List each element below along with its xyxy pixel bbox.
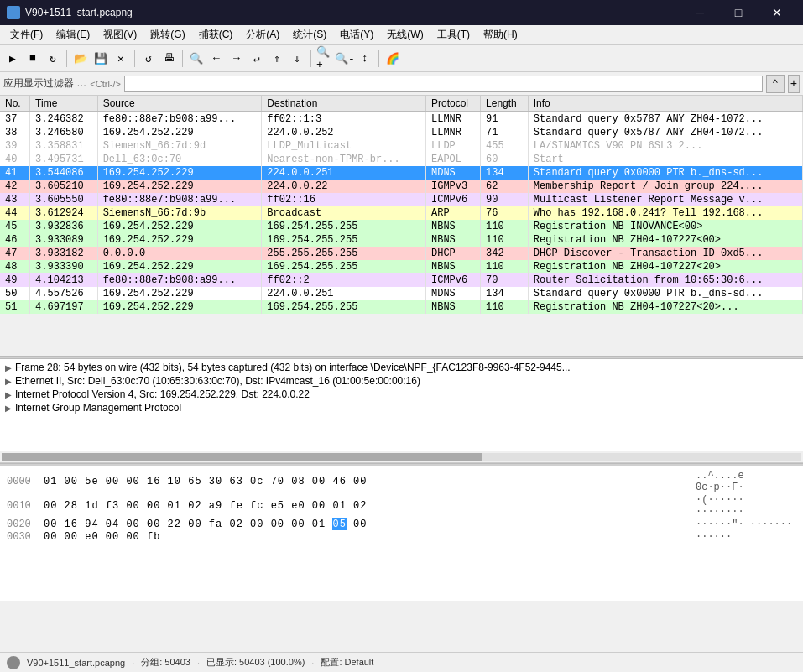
detail-text: Ethernet II, Src: Dell_63:0c:70 (10:65:3…: [15, 375, 420, 387]
toolbar-zoomin-btn[interactable]: 🔍+: [315, 49, 334, 68]
detail-arrow-icon: ▶: [5, 404, 12, 413]
toolbar-fwd-btn[interactable]: →: [227, 49, 246, 68]
cell-len: 110: [481, 233, 529, 247]
toolbar-start-btn[interactable]: ▶: [3, 49, 22, 68]
detail-text: Frame 28: 54 bytes on wire (432 bits), 5…: [15, 362, 571, 373]
cell-src: 169.254.252.229: [97, 126, 262, 139]
filter-add-btn[interactable]: +: [788, 75, 800, 93]
toolbar-stop-btn[interactable]: ■: [23, 49, 42, 68]
cell-time: 3.605550: [30, 193, 98, 206]
toolbar-sep2: [134, 50, 135, 67]
cell-time: 3.495731: [30, 153, 98, 166]
toolbar-zoomreset-btn[interactable]: ↕: [356, 49, 374, 68]
detail-row[interactable]: ▶Ethernet II, Src: Dell_63:0c:70 (10:65:…: [0, 374, 803, 388]
table-row[interactable]: 453.932836169.254.252.229169.254.255.255…: [0, 220, 803, 233]
hex-bytes: 00 28 1d f3 00 00 01 02 a9 fe fc e5 e0 0…: [44, 500, 689, 512]
table-row[interactable]: 393.358831SiemensN_66:7d:9dLLDP_Multicas…: [0, 139, 803, 153]
table-row[interactable]: 423.605210169.254.252.229224.0.0.22IGMPv…: [0, 180, 803, 193]
menu-stats[interactable]: 统计(S): [286, 26, 333, 44]
filter-expand-btn[interactable]: ⌃: [766, 75, 785, 93]
toolbar-sep3: [182, 50, 183, 67]
toolbar-up-btn[interactable]: ⇑: [268, 49, 286, 68]
hex-panel[interactable]: 000001 00 5e 00 00 16 10 65 30 63 0c 70 …: [0, 466, 803, 601]
toolbar-close-btn[interactable]: ✕: [112, 49, 130, 68]
title-bar: V90+1511_start.pcapng ─ □ ✕: [0, 0, 803, 25]
cell-info: Standard query 0x0000 PTR b._dns-sd...: [528, 287, 802, 300]
cell-time: 3.932836: [30, 220, 98, 233]
toolbar-reload-btn[interactable]: ↺: [139, 49, 158, 68]
toolbar-restart-btn[interactable]: ↻: [44, 49, 62, 68]
toolbar-save-btn[interactable]: 💾: [91, 49, 110, 68]
cell-time: 3.612924: [30, 206, 98, 220]
toolbar-print-btn[interactable]: 🖶: [159, 49, 178, 68]
cell-len: 110: [481, 220, 529, 233]
detail-panel[interactable]: ▶Frame 28: 54 bytes on wire (432 bits), …: [0, 359, 803, 451]
cell-dst: 169.254.255.255: [262, 300, 426, 314]
table-row[interactable]: 514.697197169.254.252.229169.254.255.255…: [0, 300, 803, 314]
col-source: Source: [97, 96, 262, 112]
table-row[interactable]: 403.495731Dell_63:0c:70Nearest-non-TPMR-…: [0, 153, 803, 166]
cell-no: 43: [0, 193, 30, 206]
minimize-button[interactable]: ─: [680, 0, 719, 25]
menu-file[interactable]: 文件(F): [3, 26, 50, 44]
toolbar-open-btn[interactable]: 📂: [71, 49, 90, 68]
cell-no: 50: [0, 287, 30, 300]
status-sep3: ·: [311, 658, 314, 668]
detail-row[interactable]: ▶Internet Group Management Protocol: [0, 401, 803, 414]
menu-help[interactable]: 帮助(H): [477, 26, 524, 44]
toolbar-zoomout-btn[interactable]: 🔍-: [336, 49, 354, 68]
toolbar-find-btn[interactable]: 🔍: [187, 49, 206, 68]
cell-info: Registration NB ZH04-107227<20>: [528, 260, 802, 273]
cell-dst: Nearest-non-TPMR-br...: [262, 153, 426, 166]
packet-list[interactable]: No. Time Source Destination Protocol Len…: [0, 96, 803, 356]
table-row[interactable]: 473.9331820.0.0.0255.255.255.255DHCP342D…: [0, 247, 803, 260]
menu-capture[interactable]: 捕获(C): [192, 26, 240, 44]
table-row[interactable]: 433.605550fe80::88e7:b908:a99...ff02::16…: [0, 193, 803, 206]
menu-tools[interactable]: 工具(T): [430, 26, 477, 44]
cell-dst: 169.254.255.255: [262, 233, 426, 247]
cell-dst: 169.254.255.255: [262, 260, 426, 273]
toolbar-coloring-btn[interactable]: 🌈: [383, 49, 402, 68]
cell-no: 40: [0, 153, 30, 166]
detail-row[interactable]: ▶Frame 28: 54 bytes on wire (432 bits), …: [0, 361, 803, 374]
toolbar-back-btn[interactable]: ←: [207, 49, 226, 68]
menu-analyze[interactable]: 分析(A): [239, 26, 286, 44]
toolbar-down-btn[interactable]: ⇓: [288, 49, 306, 68]
status-config: 配置: Default: [321, 656, 373, 669]
app-window: V90+1511_start.pcapng ─ □ ✕ 文件(F) 编辑(E) …: [0, 0, 803, 672]
table-row[interactable]: 413.544086169.254.252.229224.0.0.251MDNS…: [0, 166, 803, 180]
table-row[interactable]: 383.246580169.254.252.229224.0.0.252LLMN…: [0, 126, 803, 139]
menu-view[interactable]: 视图(V): [96, 26, 143, 44]
table-row[interactable]: 494.104213fe80::88e7:b908:a99...ff02::2I…: [0, 273, 803, 287]
app-icon: [7, 6, 20, 19]
cell-no: 38: [0, 126, 30, 139]
close-button[interactable]: ✕: [758, 0, 796, 25]
hex-ascii: ·(······ ········: [696, 494, 796, 518]
menu-wireless[interactable]: 无线(W): [380, 26, 430, 44]
filter-bar: 应用显示过滤器 … <Ctrl-/> ⌃ +: [0, 72, 803, 96]
maximize-button[interactable]: □: [719, 0, 758, 25]
toolbar-goto-btn[interactable]: ↵: [248, 49, 266, 68]
table-row[interactable]: 483.933390169.254.252.229169.254.255.255…: [0, 260, 803, 273]
menu-phone[interactable]: 电话(Y): [333, 26, 380, 44]
table-row[interactable]: 373.246382fe80::88e7:b908:a99...ff02::1:…: [0, 112, 803, 126]
cell-proto: MDNS: [425, 287, 480, 300]
table-row[interactable]: 504.557526169.254.252.229224.0.0.251MDNS…: [0, 287, 803, 300]
h-scroll-bar[interactable]: [0, 451, 803, 463]
cell-info: LA/SINAMICS V90 PN 6SL3 2...: [528, 139, 802, 153]
menu-goto[interactable]: 跳转(G): [143, 26, 191, 44]
cell-src: 169.254.252.229: [97, 233, 262, 247]
cell-info: Who has 192.168.0.241? Tell 192.168...: [528, 206, 802, 220]
cell-no: 46: [0, 233, 30, 247]
status-displayed: 已显示: 50403 (100.0%): [206, 656, 305, 669]
table-row[interactable]: 443.612924SiemensN_66:7d:9bBroadcastARP7…: [0, 206, 803, 220]
detail-rows: ▶Frame 28: 54 bytes on wire (432 bits), …: [0, 361, 803, 414]
cell-proto: LLMNR: [425, 112, 480, 126]
menu-edit[interactable]: 编辑(E): [50, 26, 96, 44]
cell-dst: 224.0.0.251: [262, 287, 426, 300]
detail-row[interactable]: ▶Internet Protocol Version 4, Src: 169.2…: [0, 388, 803, 401]
h-scroll-inner: [2, 453, 801, 461]
table-row[interactable]: 463.933089169.254.252.229169.254.255.255…: [0, 233, 803, 247]
cell-proto: EAPOL: [425, 153, 480, 166]
filter-input[interactable]: [124, 76, 763, 92]
